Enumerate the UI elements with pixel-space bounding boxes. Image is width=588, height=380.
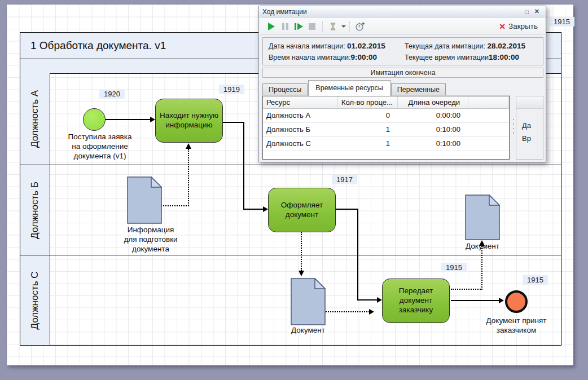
cell-empty — [468, 137, 509, 151]
close-simulation-button[interactable]: ✕ Закрыть — [499, 22, 540, 31]
dialog-toolbar: ✕ Закрыть — [260, 18, 545, 35]
cell-empty — [468, 109, 509, 122]
lane-header-c[interactable]: Должность С — [20, 255, 50, 345]
col-header-queue[interactable]: Длина очереди — [398, 96, 468, 108]
lane-header-b[interactable]: Должность Б — [20, 165, 50, 255]
tab-peremennye[interactable]: Переменные — [391, 83, 446, 96]
start-event-badge: 1920 — [99, 89, 125, 99]
cell-queue: 0:00:00 — [398, 109, 468, 122]
end-event[interactable] — [505, 290, 528, 313]
association-segment — [451, 289, 482, 290]
cell-queue: 0:10:00 — [398, 137, 468, 151]
chevron-down-icon[interactable] — [341, 25, 346, 28]
cell-resource: Должность С — [263, 137, 338, 151]
dialog-tabs: Процессы Временные ресурсы Переменные — [262, 80, 446, 96]
table-row[interactable]: Должность С 1 0:10:00 — [263, 137, 509, 151]
simulation-dialog: Ход имитации □ ✕ ✕ Закрыть — [258, 6, 546, 162]
document-shape[interactable] — [291, 278, 326, 328]
document-shape[interactable] — [127, 176, 162, 226]
panel-splitter[interactable] — [512, 119, 515, 134]
pause-button[interactable] — [278, 20, 292, 33]
toolbar-separator — [349, 21, 350, 32]
cell-count: 1 — [338, 137, 398, 151]
status-text: Имитация окончена — [370, 69, 435, 77]
restore-icon[interactable]: □ — [522, 8, 532, 15]
cell-empty — [468, 123, 509, 136]
current-time-field: Текущее время имитации18:00:00 — [405, 53, 541, 61]
toolbar-separator — [322, 21, 323, 32]
start-event[interactable] — [83, 108, 106, 131]
tab-processy[interactable]: Процессы — [262, 83, 308, 96]
side-panel: Да Вр — [516, 96, 543, 160]
cell-count: 1 — [338, 123, 398, 136]
dialog-title: Ход имитации — [262, 8, 307, 16]
association-segment — [326, 311, 370, 312]
association-segment — [188, 149, 189, 206]
flow-arrowhead — [377, 297, 382, 303]
table-header-row: Ресурс Кол-во проце... Длина очереди — [263, 96, 509, 109]
flow-segment — [223, 122, 244, 123]
lane-label-c: Должность С — [29, 271, 41, 329]
association-arrowhead — [186, 143, 191, 149]
col-header-count[interactable]: Кол-во проце... — [338, 96, 398, 108]
add-timer-icon[interactable] — [353, 20, 367, 33]
side-panel-item-time: Вр — [516, 132, 543, 145]
dialog-titlebar[interactable]: Ход имитации □ ✕ — [259, 6, 546, 17]
current-time-value: 18:00:00 — [489, 53, 519, 61]
association-arrowhead — [369, 309, 374, 315]
side-panel-item-date: Да — [516, 119, 543, 132]
end-event-label: Документ принят заказчиком — [477, 316, 556, 335]
corner-badge: 1915 — [549, 17, 574, 26]
tab-vremennye-resursy[interactable]: Временные ресурсы — [308, 80, 390, 96]
cell-count: 0 — [338, 109, 398, 122]
stop-button[interactable] — [305, 20, 319, 33]
flow-segment — [336, 209, 358, 210]
flow-segment — [243, 209, 264, 210]
lane-label-a: Должность А — [29, 90, 41, 148]
task-peredaet-dokument[interactable]: Передает документ заказчику — [382, 279, 450, 323]
document-shape[interactable] — [465, 195, 500, 242]
start-event-label: Поступила заявка на оформление документа… — [55, 132, 145, 161]
document-icon — [291, 278, 326, 325]
status-bar: Имитация окончена — [262, 68, 543, 78]
end-event-badge: 1915 — [523, 275, 548, 285]
document1-label: Информация для подготовки документа — [103, 226, 199, 254]
flow-arrowhead — [263, 206, 268, 212]
col-header-resource[interactable]: Ресурс — [263, 96, 338, 108]
close-x-icon: ✕ — [499, 22, 506, 31]
current-date-field: Текущая дата имитации: 28.02.2015 — [405, 42, 541, 50]
flow-segment — [106, 119, 152, 120]
current-date-value: 28.02.2015 — [487, 42, 525, 50]
flow-segment — [357, 209, 358, 301]
flow-segment — [357, 299, 378, 301]
document-icon — [127, 176, 162, 224]
resources-table: Ресурс Кол-во проце... Длина очереди Дол… — [262, 96, 510, 160]
flow-arrowhead — [150, 117, 155, 122]
task2-badge: 1917 — [332, 175, 357, 184]
task3-badge: 1915 — [441, 263, 467, 272]
association-segment — [161, 205, 189, 206]
start-time-value: 9:00:00 — [351, 53, 378, 61]
cell-resource: Должность Б — [263, 123, 338, 136]
table-row[interactable]: Должность Б 1 0:10:00 — [263, 123, 509, 137]
table-row[interactable]: Должность А 0 0:00:00 — [263, 109, 509, 123]
step-button[interactable] — [292, 20, 305, 33]
document-icon — [465, 195, 500, 240]
start-date-value: 01.02.2015 — [347, 42, 385, 50]
association-arrowhead — [299, 271, 304, 276]
play-button[interactable] — [265, 20, 278, 33]
document2-label: Документ — [280, 326, 336, 335]
cell-queue: 0:10:00 — [398, 123, 468, 136]
close-simulation-label: Закрыть — [508, 22, 538, 30]
association-segment — [301, 232, 302, 271]
col-header-empty — [468, 96, 509, 108]
task-oformlyaet-dokument[interactable]: Оформляет документ — [268, 188, 336, 232]
lane-header-a[interactable]: Должность А — [20, 73, 50, 165]
close-icon[interactable]: ✕ — [532, 8, 542, 15]
association-segment — [481, 246, 482, 290]
task1-badge: 1919 — [219, 85, 244, 94]
flow-arrowhead — [499, 298, 504, 303]
task-nahodit-informaciyu[interactable]: Находит нужную информацию — [155, 99, 223, 143]
hourglass-icon[interactable] — [326, 20, 340, 33]
start-time-field: Время начала имитации:9:00:00 — [269, 53, 405, 61]
